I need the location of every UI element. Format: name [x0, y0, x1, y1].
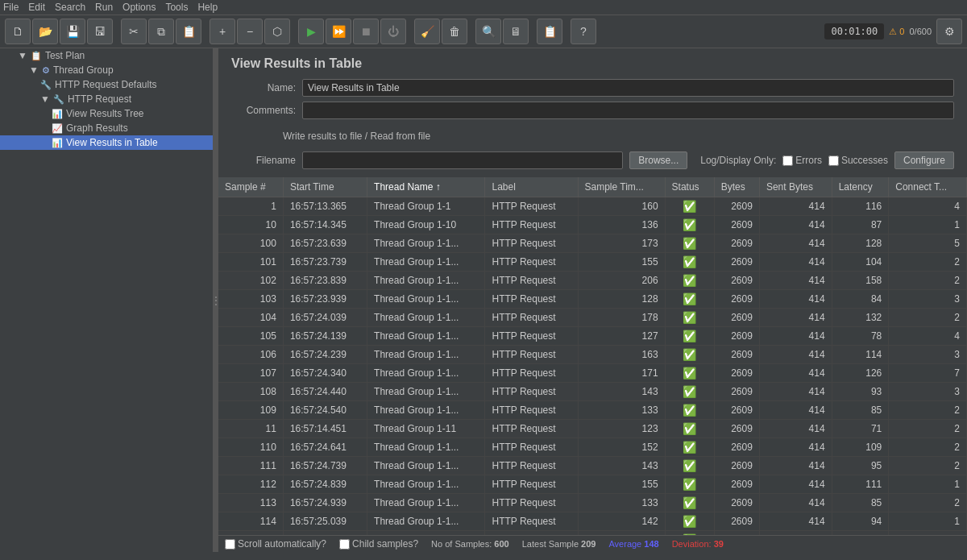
cell-latency: 87	[832, 216, 889, 234]
stop-button[interactable]: ⏹	[353, 19, 379, 44]
cell-start-time: 16:57:14.345	[283, 216, 367, 234]
cut-button[interactable]: ✂	[121, 19, 147, 44]
errors-checkbox[interactable]	[782, 156, 793, 166]
col-connect[interactable]: Connect T...	[889, 177, 967, 197]
table-row[interactable]: 104 16:57:24.039 Thread Group 1-1... HTT…	[218, 309, 967, 327]
menu-tools[interactable]: Tools	[165, 2, 188, 13]
remote-button[interactable]: 🖥	[503, 19, 529, 44]
child-samples-checkbox[interactable]	[339, 539, 350, 550]
comments-input[interactable]	[302, 102, 954, 119]
cell-sample: 102	[218, 272, 283, 290]
table-row[interactable]: 102 16:57:23.839 Thread Group 1-1... HTT…	[218, 272, 967, 290]
cell-status: ✅	[665, 234, 714, 253]
cell-label: HTTP Request	[485, 401, 578, 420]
remove-button[interactable]: −	[237, 19, 263, 44]
tree-expand-icon: ▼	[18, 50, 27, 61]
graph-results-icon: 📈	[52, 123, 63, 134]
add-button[interactable]: +	[210, 19, 235, 44]
open-button[interactable]: 📂	[32, 19, 58, 44]
copy-button[interactable]: ⧉	[148, 19, 174, 44]
cell-latency: 111	[832, 475, 889, 494]
filename-input[interactable]	[302, 151, 623, 169]
col-status[interactable]: Status	[665, 177, 714, 197]
cell-sample: 111	[218, 457, 283, 475]
table-row[interactable]: 107 16:57:24.340 Thread Group 1-1... HTT…	[218, 364, 967, 383]
col-thread-name[interactable]: Thread Name ↑	[367, 177, 485, 197]
sidebar-item-http-request[interactable]: ▼ 🔧 HTTP Request	[0, 92, 213, 106]
menu-edit[interactable]: Edit	[28, 2, 45, 13]
table-row[interactable]: 100 16:57:23.639 Thread Group 1-1... HTT…	[218, 234, 967, 253]
table-row[interactable]: 101 16:57:23.739 Thread Group 1-1... HTT…	[218, 253, 967, 272]
table-row[interactable]: 1 16:57:13.365 Thread Group 1-1 HTTP Req…	[218, 197, 967, 216]
help2-button[interactable]: ?	[571, 19, 596, 44]
remote-monitor-button[interactable]: ⚙	[936, 19, 962, 44]
table-row[interactable]: 106 16:57:24.239 Thread Group 1-1... HTT…	[218, 346, 967, 364]
start-no-pause-button[interactable]: ⏩	[326, 19, 351, 44]
start-button[interactable]: ▶	[298, 19, 324, 44]
sidebar-item-view-results-table[interactable]: 📊 View Results in Table	[0, 135, 213, 150]
expand-button[interactable]: ⬡	[264, 19, 290, 44]
table-row[interactable]: 111 16:57:24.739 Thread Group 1-1... HTT…	[218, 457, 967, 475]
sidebar-item-http-defaults[interactable]: 🔧 HTTP Request Defaults	[0, 77, 213, 92]
table-row[interactable]: 105 16:57:24.139 Thread Group 1-1... HTT…	[218, 327, 967, 346]
menu-help[interactable]: Help	[197, 2, 218, 13]
menu-search[interactable]: Search	[55, 2, 85, 13]
clear-all-button[interactable]: 🗑	[442, 19, 467, 44]
cell-connect: 2	[889, 457, 967, 475]
table-row[interactable]: 114 16:57:25.039 Thread Group 1-1... HTT…	[218, 512, 967, 531]
tree-expand-icon: ▼	[40, 93, 50, 105]
browse-button[interactable]: Browse...	[629, 151, 687, 169]
successes-checkbox[interactable]	[828, 156, 839, 166]
table-row[interactable]: 113 16:57:24.939 Thread Group 1-1... HTT…	[218, 494, 967, 512]
sidebar-item-graph-results[interactable]: 📈 Graph Results	[0, 121, 213, 135]
status-ok-icon: ✅	[683, 515, 696, 528]
save-screen-button[interactable]: 🖫	[87, 19, 113, 44]
menu-file[interactable]: File	[3, 2, 19, 13]
status-ok-icon: ✅	[683, 496, 696, 509]
shutdown-button[interactable]: ⏻	[380, 19, 406, 44]
table-row[interactable]: 112 16:57:24.839 Thread Group 1-1... HTT…	[218, 475, 967, 494]
templates-button[interactable]: 📋	[537, 19, 562, 44]
table-row[interactable]: 109 16:57:24.540 Thread Group 1-1... HTT…	[218, 401, 967, 420]
table-row[interactable]: 103 16:57:23.939 Thread Group 1-1... HTT…	[218, 290, 967, 309]
col-bytes[interactable]: Bytes	[714, 177, 759, 197]
table-row[interactable]: 108 16:57:24.440 Thread Group 1-1... HTT…	[218, 383, 967, 401]
menu-options[interactable]: Options	[122, 2, 156, 13]
clear-button[interactable]: 🧹	[414, 19, 440, 44]
col-latency[interactable]: Latency	[832, 177, 889, 197]
cell-sent-bytes: 414	[759, 494, 832, 512]
search2-button[interactable]: 🔍	[475, 19, 501, 44]
name-input[interactable]	[302, 79, 954, 97]
table-row[interactable]: 110 16:57:24.641 Thread Group 1-1... HTT…	[218, 438, 967, 457]
scroll-auto-label[interactable]: Scroll automatically?	[225, 538, 326, 550]
cell-status: ✅	[665, 364, 714, 383]
save-button[interactable]: 💾	[60, 19, 85, 44]
col-sample[interactable]: Sample #	[218, 177, 283, 197]
col-start-time[interactable]: Start Time	[283, 177, 367, 197]
col-label[interactable]: Label	[485, 177, 578, 197]
child-samples-label[interactable]: Child samples?	[339, 538, 418, 550]
new-button[interactable]: 🗋	[5, 19, 31, 44]
successes-checkbox-label[interactable]: Successes	[828, 155, 888, 166]
scroll-auto-checkbox[interactable]	[225, 539, 235, 550]
cell-sent-bytes: 414	[759, 272, 832, 290]
errors-checkbox-label[interactable]: Errors	[782, 155, 822, 166]
col-sample-time[interactable]: Sample Tim...	[578, 177, 665, 197]
table-row[interactable]: 11 16:57:14.451 Thread Group 1-11 HTTP R…	[218, 420, 967, 438]
sidebar-item-thread-group[interactable]: ▼ ⚙ Thread Group	[0, 63, 213, 77]
cell-connect: 2	[889, 272, 967, 290]
paste-button[interactable]: 📋	[176, 19, 201, 44]
cell-bytes: 2609	[714, 438, 759, 457]
sidebar-item-test-plan[interactable]: ▼ 📋 Test Plan	[0, 48, 213, 63]
table-row[interactable]: 10 16:57:14.345 Thread Group 1-10 HTTP R…	[218, 216, 967, 234]
cell-sample-time: 133	[578, 401, 665, 420]
cell-connect: 3	[889, 290, 967, 309]
cell-thread: Thread Group 1-10	[367, 216, 485, 234]
cell-latency: 78	[832, 327, 889, 346]
configure-button[interactable]: Configure	[894, 151, 954, 169]
menu-run[interactable]: Run	[95, 2, 113, 13]
thread-group-label: Thread Group	[53, 64, 114, 76]
col-sent-bytes[interactable]: Sent Bytes	[759, 177, 832, 197]
sidebar-item-view-results-tree[interactable]: 📊 View Results Tree	[0, 106, 213, 121]
thread-group-icon: ⚙	[42, 65, 50, 76]
